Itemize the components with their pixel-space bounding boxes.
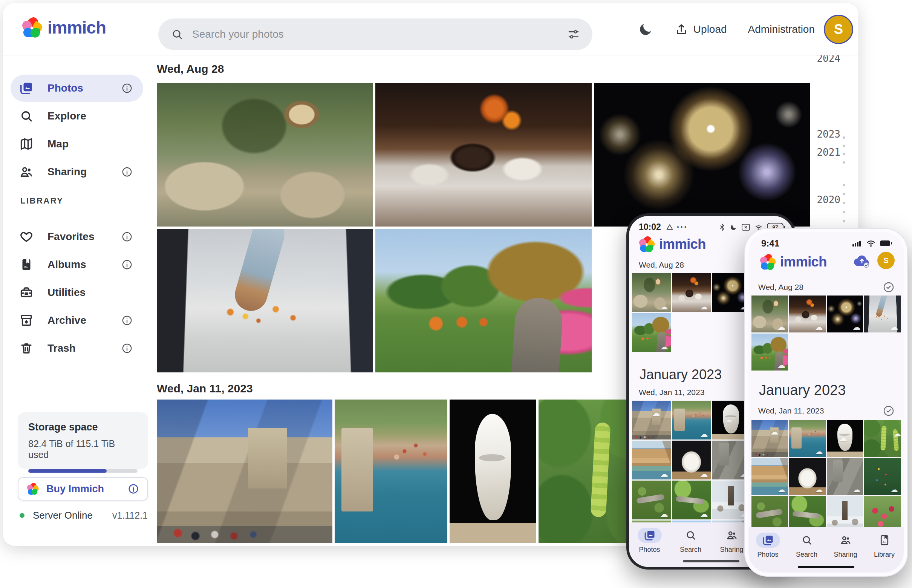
- photo-autumn-path[interactable]: [375, 229, 592, 372]
- scrubber-year[interactable]: 2020: [808, 194, 840, 205]
- sidebar-label: Photos: [47, 82, 107, 94]
- buy-immich-button[interactable]: Buy Immich: [18, 477, 148, 501]
- date-row: Wed, Jan 11, 2023: [758, 405, 895, 417]
- search-icon: [171, 28, 183, 40]
- iphone-mockup: 9:41 immich S Wed, Au: [744, 228, 908, 577]
- people-icon: [19, 165, 33, 179]
- sidebar-item-favorites[interactable]: Favorites: [11, 223, 143, 250]
- nav-label: Search: [796, 551, 817, 559]
- photo-christmas-tree[interactable]: [864, 458, 901, 495]
- storage-usage: 82.4 TiB of 115.1 TiB used: [28, 438, 137, 460]
- filter-tune-icon[interactable]: [568, 28, 579, 40]
- info-icon[interactable]: [121, 315, 132, 326]
- photo-autumn-path[interactable]: [751, 334, 788, 370]
- buy-immich-label: Buy Immich: [46, 483, 104, 495]
- photo-lizard-moss[interactable]: [751, 496, 788, 527]
- server-version: v1.112.1: [112, 510, 148, 521]
- storage-progress-bar: [28, 469, 137, 473]
- date-row: Wed, Aug 28: [758, 281, 895, 293]
- info-icon[interactable]: [121, 231, 132, 242]
- photo-marble-rock[interactable]: [789, 458, 826, 495]
- info-icon[interactable]: [121, 82, 132, 94]
- photo-zoo-monkeys[interactable]: [751, 296, 788, 333]
- search-input[interactable]: [192, 28, 558, 40]
- immich-flower-icon: [760, 254, 776, 270]
- nav-item-photos[interactable]: Photos: [629, 522, 670, 567]
- photo-red-flowers[interactable]: [864, 496, 901, 527]
- sidebar-item-archive[interactable]: Archive: [11, 307, 143, 334]
- storage-title: Storage space: [28, 422, 137, 433]
- photo-castle-walls[interactable]: [632, 401, 671, 439]
- photo-lizard-moss[interactable]: [632, 481, 671, 519]
- storage-progress-fill: [28, 469, 107, 473]
- photo-coastal-town[interactable]: [672, 401, 711, 439]
- photo-holding-hands[interactable]: [157, 229, 373, 372]
- nav-label: Photos: [639, 546, 660, 554]
- sidebar-item-utilities[interactable]: Utilities: [11, 279, 143, 306]
- scrubber-year[interactable]: 2021: [808, 147, 840, 158]
- photo-marble-bust[interactable]: [450, 399, 536, 543]
- cellular-signal-icon: [852, 240, 862, 247]
- photo-dinner-table[interactable]: [672, 273, 711, 312]
- photo-coastal-town[interactable]: [789, 420, 826, 457]
- month-heading: January 2023: [639, 367, 722, 383]
- photo-lizard-leaf[interactable]: [789, 496, 826, 527]
- photo-fireworks[interactable]: [827, 296, 864, 333]
- date-group-heading: Wed, Aug 28: [758, 283, 804, 292]
- sidebar-item-map[interactable]: Map: [11, 131, 143, 158]
- month-heading: January 2023: [759, 382, 846, 398]
- photo-row: [157, 229, 592, 372]
- photo-beach-cliff[interactable]: [751, 458, 788, 495]
- photo-beach-cliff[interactable]: [632, 441, 671, 480]
- sidebar-item-trash[interactable]: Trash: [11, 335, 143, 362]
- photo-coastal-town[interactable]: [335, 399, 447, 543]
- info-icon[interactable]: [121, 342, 132, 354]
- photo-dinner-table[interactable]: [789, 296, 826, 333]
- select-check-icon[interactable]: [883, 281, 895, 293]
- logo-text: immich: [659, 236, 706, 252]
- sidebar-label: Archive: [47, 314, 107, 326]
- photo-snowy-church[interactable]: [827, 496, 864, 527]
- photo-autumn-path[interactable]: [632, 313, 671, 352]
- upload-button[interactable]: Upload: [675, 23, 727, 36]
- photo-dinner-table[interactable]: [375, 83, 592, 226]
- photo-sea-grapes[interactable]: [864, 420, 901, 457]
- immich-logo[interactable]: immich: [22, 17, 106, 38]
- photo-marble-bust[interactable]: [827, 420, 864, 457]
- photo-castle-ruins[interactable]: [827, 458, 864, 495]
- select-check-icon[interactable]: [883, 405, 895, 417]
- search-bar[interactable]: [158, 18, 592, 50]
- immich-flower-icon: [22, 17, 42, 38]
- info-icon[interactable]: [121, 259, 132, 270]
- phone-photo-grid: [751, 420, 901, 527]
- cloud-sync-icon[interactable]: [852, 253, 871, 268]
- scrubber-year[interactable]: 2023: [808, 129, 840, 140]
- sidebar-label: Utilities: [47, 286, 132, 299]
- administration-link[interactable]: Administration: [748, 23, 815, 36]
- bluetooth-icon: [719, 223, 725, 231]
- sidebar-item-explore[interactable]: Explore: [11, 103, 143, 130]
- album-bookmark-icon: [19, 258, 33, 271]
- storage-card: Storage space 82.4 TiB of 115.1 TiB used: [18, 412, 148, 469]
- sidebar-item-albums[interactable]: Albums: [11, 251, 143, 278]
- sim-x-icon: [741, 223, 750, 231]
- sidebar-item-sharing[interactable]: Sharing: [11, 158, 143, 186]
- date-group-heading: Wed, Aug 28: [157, 63, 224, 75]
- photo-fireworks[interactable]: [594, 83, 810, 226]
- photo-holding-hands[interactable]: [864, 296, 901, 333]
- photo-castle-walls[interactable]: [751, 420, 788, 457]
- photo-marble-rock[interactable]: [672, 441, 711, 480]
- sidebar-item-photos[interactable]: Photos: [11, 74, 143, 102]
- photo-lizard-leaf[interactable]: [672, 481, 711, 519]
- user-avatar[interactable]: S: [877, 252, 895, 269]
- photo-zoo-monkeys[interactable]: [632, 273, 671, 312]
- dark-mode-moon-icon[interactable]: [638, 21, 654, 37]
- photo-castle-walls[interactable]: [157, 399, 333, 543]
- server-status: Server Online: [33, 510, 93, 521]
- user-avatar[interactable]: S: [824, 15, 853, 44]
- info-icon[interactable]: [121, 166, 132, 178]
- nav-item-photos[interactable]: Photos: [749, 527, 787, 573]
- photo-zoo-monkeys[interactable]: [157, 83, 373, 226]
- nav-item-library[interactable]: Library: [865, 527, 904, 573]
- overflow-dots-icon: ···: [677, 222, 688, 232]
